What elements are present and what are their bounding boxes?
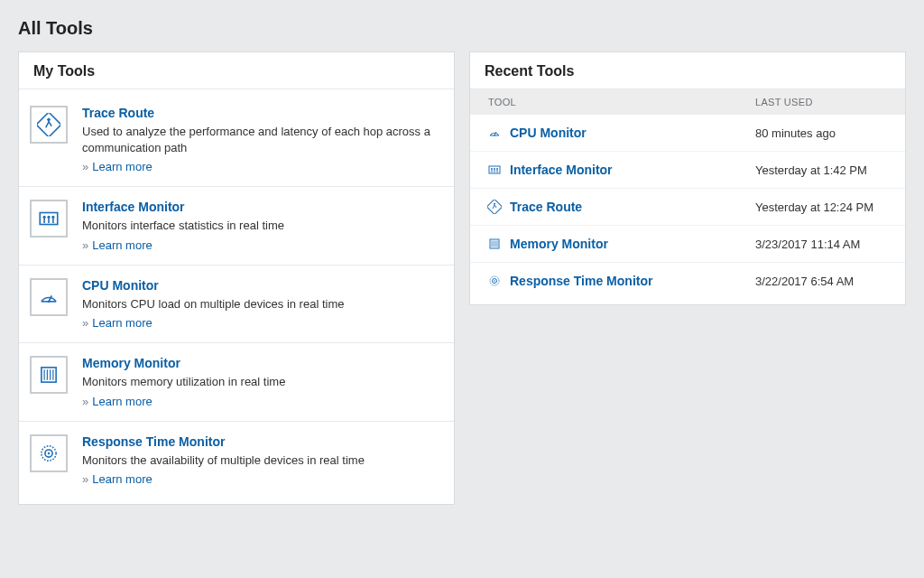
svg-point-10 — [48, 300, 50, 302]
recent-last-used: Yesterday at 12:24 PM — [755, 200, 891, 214]
svg-point-23 — [491, 168, 493, 170]
tool-title-link[interactable]: Trace Route — [82, 106, 154, 120]
learn-more-label: Learn more — [92, 395, 152, 408]
recent-table-header: TOOL LAST USED — [470, 89, 905, 115]
tool-item: Trace RouteUsed to analyze the performan… — [19, 93, 454, 187]
tool-title-link[interactable]: Interface Monitor — [82, 200, 185, 214]
recent-last-used: 3/23/2017 11:14 AM — [755, 238, 891, 251]
recent-row: Response Time Monitor3/22/2017 6:54 AM — [470, 263, 905, 299]
recent-last-used: Yesterday at 1:42 PM — [755, 163, 891, 177]
recent-tools-heading: Recent Tools — [485, 63, 891, 79]
chevron-right-icon: » — [82, 238, 88, 252]
recent-tools-header: Recent Tools — [470, 52, 905, 89]
interface-monitor-icon — [30, 200, 68, 238]
svg-rect-30 — [490, 239, 499, 248]
chevron-right-icon: » — [82, 395, 88, 408]
chevron-right-icon: » — [82, 160, 88, 173]
learn-more-link[interactable]: »Learn more — [82, 316, 152, 330]
memory-monitor-icon — [30, 356, 68, 394]
trace-route-icon — [485, 200, 504, 214]
recent-row: Interface MonitorYesterday at 1:42 PM — [470, 152, 905, 189]
svg-rect-0 — [37, 113, 60, 136]
recent-row: Trace RouteYesterday at 12:24 PM — [470, 189, 905, 226]
learn-more-label: Learn more — [92, 316, 152, 330]
recent-tool-link[interactable]: Trace Route — [510, 200, 755, 214]
svg-point-25 — [496, 168, 498, 170]
learn-more-link[interactable]: »Learn more — [82, 238, 152, 252]
learn-more-label: Learn more — [92, 238, 152, 252]
tool-description: Monitors the availability of multiple de… — [82, 452, 443, 469]
memory-monitor-icon — [485, 237, 504, 251]
recent-tool-link[interactable]: CPU Monitor — [510, 126, 755, 140]
tool-item: Response Time MonitorMonitors the availa… — [19, 422, 454, 499]
page-title: All Tools — [18, 18, 906, 39]
recent-tool-link[interactable]: Response Time Monitor — [510, 274, 755, 288]
svg-point-21 — [494, 135, 495, 136]
chevron-right-icon: » — [82, 472, 88, 486]
svg-point-24 — [494, 168, 495, 170]
trace-route-icon — [30, 106, 68, 144]
response-time-icon — [30, 434, 68, 472]
my-tools-panel: My Tools Trace RouteUsed to analyze the … — [18, 51, 455, 505]
chevron-right-icon: » — [82, 316, 88, 330]
response-time-icon — [485, 274, 504, 288]
recent-col-tool: TOOL — [485, 97, 755, 107]
tool-description: Monitors interface statistics in real ti… — [82, 218, 443, 234]
tool-description: Monitors CPU load on multiple devices in… — [82, 296, 443, 312]
tool-title-link[interactable]: Memory Monitor — [82, 356, 180, 370]
recent-row: CPU Monitor80 minutes ago — [470, 115, 905, 152]
recent-tool-link[interactable]: Interface Monitor — [510, 163, 755, 177]
svg-point-18 — [48, 452, 50, 454]
learn-more-link[interactable]: »Learn more — [82, 472, 152, 486]
tool-item: Memory MonitorMonitors memory utilizatio… — [19, 343, 454, 422]
recent-tool-link[interactable]: Memory Monitor — [510, 237, 755, 251]
interface-monitor-icon — [485, 163, 504, 177]
tool-description: Used to analyze the performance and late… — [82, 124, 443, 155]
svg-point-37 — [494, 280, 495, 282]
svg-point-3 — [47, 216, 50, 219]
learn-more-label: Learn more — [92, 472, 152, 486]
svg-point-2 — [43, 216, 46, 219]
recent-tools-panel: Recent Tools TOOL LAST USED CPU Monitor8… — [469, 51, 906, 305]
cpu-monitor-icon — [485, 126, 504, 140]
tool-description: Monitors memory utilization in real time — [82, 374, 443, 390]
svg-point-4 — [51, 216, 54, 219]
my-tools-heading: My Tools — [33, 63, 439, 79]
tool-item: Interface MonitorMonitors interface stat… — [19, 187, 454, 266]
learn-more-label: Learn more — [92, 160, 152, 173]
tool-item: CPU MonitorMonitors CPU load on multiple… — [19, 266, 454, 344]
tool-title-link[interactable]: CPU Monitor — [82, 278, 159, 293]
recent-last-used: 80 minutes ago — [755, 126, 891, 140]
svg-rect-29 — [487, 200, 502, 214]
learn-more-link[interactable]: »Learn more — [82, 160, 152, 173]
recent-col-last: LAST USED — [755, 97, 891, 107]
recent-row: Memory Monitor3/23/2017 11:14 AM — [470, 226, 905, 263]
my-tools-header: My Tools — [19, 52, 454, 89]
learn-more-link[interactable]: »Learn more — [82, 395, 152, 408]
svg-rect-11 — [42, 368, 56, 382]
tool-title-link[interactable]: Response Time Monitor — [82, 434, 225, 449]
recent-last-used: 3/22/2017 6:54 AM — [755, 275, 891, 288]
cpu-monitor-icon — [30, 278, 68, 316]
